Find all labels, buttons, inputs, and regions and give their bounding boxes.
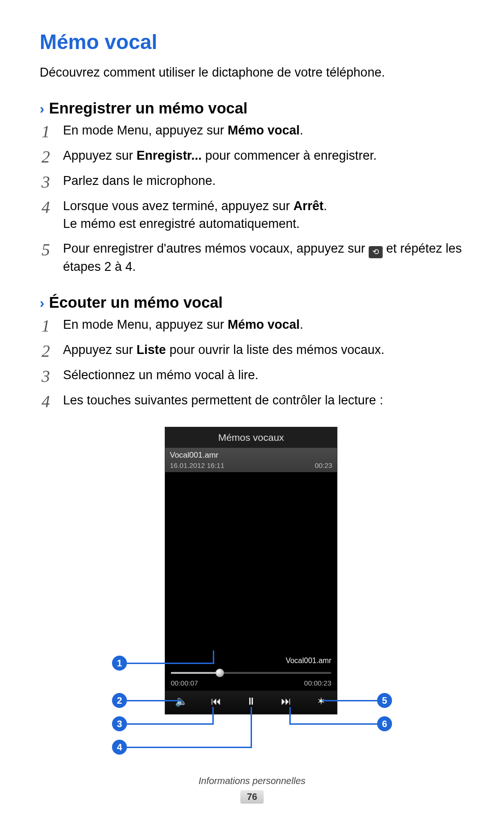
record-subsection-header: › Enregistrer un mémo vocal bbox=[40, 99, 464, 117]
text: Lorsque vous avez terminé, appuyez sur bbox=[63, 199, 294, 213]
file-date: 16.01.2012 16:11 bbox=[170, 461, 224, 469]
text: En mode Menu, appuyez sur bbox=[63, 123, 228, 137]
callout-line bbox=[127, 723, 214, 725]
phone-figure: Mémos vocaux Vocal001.amr 16.01.2012 16:… bbox=[103, 427, 401, 763]
callout-line bbox=[127, 747, 252, 748]
intro-text: Découvrez comment utiliser le dictaphone… bbox=[40, 64, 464, 81]
seek-knob[interactable] bbox=[216, 669, 224, 677]
page-title: Mémo vocal bbox=[40, 30, 464, 54]
time-total: 00:00:23 bbox=[304, 679, 331, 687]
callout-6: 6 bbox=[377, 716, 392, 731]
callout-line bbox=[212, 707, 214, 725]
text: Appuyez sur bbox=[63, 343, 137, 357]
callout-line bbox=[251, 707, 252, 748]
record-steps: En mode Menu, appuyez sur Mémo vocal. Ap… bbox=[40, 122, 464, 276]
next-icon[interactable]: ⏭ bbox=[277, 695, 295, 707]
text: . bbox=[323, 199, 327, 213]
file-info-bar[interactable]: Vocal001.amr 16.01.2012 16:11 00:23 bbox=[165, 448, 337, 472]
text: Pour enregistrer d'autres mémos vocaux, … bbox=[63, 241, 369, 255]
file-length: 00:23 bbox=[315, 461, 332, 469]
record-step-2: Appuyez sur Enregistr... pour commencer … bbox=[40, 147, 464, 165]
bold-text: Enregistr... bbox=[137, 148, 202, 163]
record-step-4: Lorsque vous avez terminé, appuyez sur A… bbox=[40, 198, 464, 233]
listen-step-4: Les touches suivantes permettent de cont… bbox=[40, 392, 464, 410]
record-step-5: Pour enregistrer d'autres mémos vocaux, … bbox=[40, 240, 464, 276]
callout-line bbox=[289, 723, 377, 725]
callout-1: 1 bbox=[112, 656, 127, 671]
time-elapsed: 00:00:07 bbox=[171, 679, 198, 687]
text: . bbox=[300, 318, 303, 332]
listen-steps: En mode Menu, appuyez sur Mémo vocal. Ap… bbox=[40, 316, 464, 409]
listen-step-2: Appuyez sur Liste pour ouvrir la liste d… bbox=[40, 341, 464, 359]
text: Le mémo est enregistré automatiquement. bbox=[63, 217, 300, 231]
chevron-icon: › bbox=[40, 101, 44, 117]
callout-line bbox=[289, 707, 291, 725]
speaker-icon[interactable]: 🔈 bbox=[172, 695, 190, 707]
record-step-3: Parlez dans le microphone. bbox=[40, 172, 464, 190]
footer-section: Informations personnelles bbox=[0, 776, 504, 786]
callout-line bbox=[169, 663, 214, 664]
now-playing-label: Vocal001.amr bbox=[165, 657, 337, 668]
listen-step-1: En mode Menu, appuyez sur Mémo vocal. bbox=[40, 316, 464, 334]
page-number: 76 bbox=[240, 790, 264, 804]
prev-icon[interactable]: ⏮ bbox=[207, 695, 225, 707]
bold-text: Arrêt bbox=[294, 199, 324, 213]
callout-line bbox=[322, 700, 377, 701]
trim-icon[interactable]: ✶ bbox=[312, 695, 330, 707]
text: . bbox=[300, 123, 303, 137]
seek-fill bbox=[171, 672, 219, 674]
callout-line bbox=[127, 663, 169, 664]
callout-5: 5 bbox=[377, 693, 392, 708]
chevron-icon: › bbox=[40, 295, 44, 311]
record-heading: Enregistrer un mémo vocal bbox=[49, 99, 247, 117]
phone-header: Mémos vocaux bbox=[165, 427, 337, 448]
record-step-1: En mode Menu, appuyez sur Mémo vocal. bbox=[40, 122, 464, 140]
phone-mockup: Mémos vocaux Vocal001.amr 16.01.2012 16:… bbox=[165, 427, 337, 714]
text: pour ouvrir la liste des mémos vocaux. bbox=[166, 343, 385, 357]
callout-line bbox=[127, 700, 181, 701]
callout-3: 3 bbox=[112, 716, 127, 731]
bold-text: Mémo vocal bbox=[228, 123, 300, 137]
listen-heading: Écouter un mémo vocal bbox=[49, 294, 223, 311]
bold-text: Liste bbox=[137, 343, 166, 357]
text: En mode Menu, appuyez sur bbox=[63, 318, 228, 332]
pause-icon[interactable]: ⏸ bbox=[242, 695, 260, 707]
text: pour commencer à enregistrer. bbox=[202, 148, 377, 163]
page-footer: Informations personnelles 76 bbox=[0, 776, 504, 804]
bold-text: Mémo vocal bbox=[228, 318, 300, 332]
callout-line bbox=[213, 650, 214, 664]
listen-step-3: Sélectionnez un mémo vocal à lire. bbox=[40, 367, 464, 384]
seek-bar[interactable] bbox=[171, 669, 331, 677]
text: Appuyez sur bbox=[63, 148, 137, 163]
callout-2: 2 bbox=[112, 693, 127, 708]
listen-subsection-header: › Écouter un mémo vocal bbox=[40, 294, 464, 311]
player-body bbox=[165, 472, 337, 657]
file-name: Vocal001.amr bbox=[170, 451, 332, 460]
back-icon: ⟲ bbox=[369, 246, 383, 258]
callout-4: 4 bbox=[112, 740, 127, 755]
